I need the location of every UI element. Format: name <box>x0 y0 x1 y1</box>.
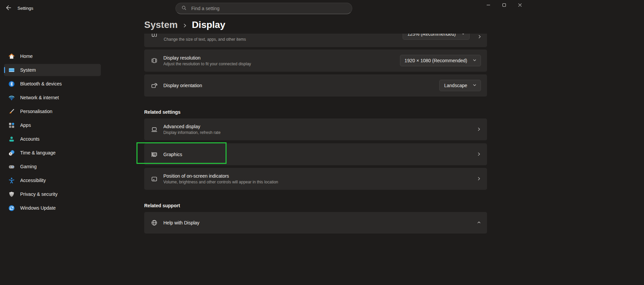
setting-row-scale[interactable]: Change the size of text, apps, and other… <box>144 34 487 47</box>
orientation-select[interactable]: Landscape <box>439 80 481 91</box>
chevron-right-icon <box>477 127 481 133</box>
setting-title: Help with Display <box>163 220 199 225</box>
chevron-down-icon <box>473 58 477 63</box>
settings-window: Settings Home System <box>0 0 644 285</box>
scale-select-value: 125% (Recommended) <box>407 34 456 37</box>
setting-title: Display resolution <box>163 55 251 61</box>
setting-row-display-resolution[interactable]: Display resolution Adjust the resolution… <box>144 49 487 72</box>
orientation-select-value: Landscape <box>444 83 467 88</box>
search-input[interactable] <box>191 5 347 11</box>
settings-scroll-area: Change the size of text, apps, and other… <box>0 34 644 285</box>
arrow-left-icon <box>5 4 12 12</box>
chevron-up-icon <box>477 220 481 226</box>
setting-row-display-orientation[interactable]: Display orientation Landscape <box>144 74 487 97</box>
minimize-icon <box>486 2 490 8</box>
chevron-down-icon <box>461 34 465 37</box>
scale-select[interactable]: 125% (Recommended) <box>403 34 470 40</box>
setting-title: Display orientation <box>163 83 202 88</box>
page-title: Display <box>192 20 226 30</box>
highlight-rectangle <box>136 142 227 164</box>
breadcrumb-parent[interactable]: System <box>144 20 178 30</box>
display-resolution-icon <box>151 57 158 64</box>
chevron-right-icon <box>183 23 187 28</box>
related-support-heading: Related support <box>144 203 180 208</box>
breadcrumb: System Display <box>144 20 225 30</box>
display-orientation-icon <box>151 82 158 89</box>
setting-row-onscreen-indicators[interactable]: Position of on-screen indicators Volume,… <box>144 168 487 190</box>
setting-row-advanced-display[interactable]: Advanced display Display information, re… <box>144 118 487 140</box>
setting-subtitle: Change the size of text, apps, and other… <box>164 37 246 42</box>
setting-subtitle: Adjust the resolution to fit your connec… <box>163 62 251 66</box>
setting-row-help-with-display[interactable]: Help with Display <box>144 212 487 234</box>
setting-title: Advanced display <box>163 124 220 129</box>
close-icon <box>518 2 522 8</box>
advanced-display-icon <box>151 126 158 133</box>
minimize-button[interactable] <box>483 1 494 10</box>
app-title: Settings <box>17 6 33 11</box>
maximize-button[interactable] <box>499 1 510 10</box>
related-settings-heading: Related settings <box>144 109 180 115</box>
close-button[interactable] <box>515 1 525 10</box>
back-button[interactable] <box>5 5 12 12</box>
maximize-icon <box>502 2 506 8</box>
setting-subtitle: Volume, brightness and other controls wi… <box>163 180 278 184</box>
onscreen-indicators-icon <box>151 176 158 182</box>
magnifier-icon <box>182 5 187 12</box>
chevron-right-icon <box>478 35 482 39</box>
setting-title: Position of on-screen indicators <box>163 173 278 179</box>
resolution-select-value: 1920 × 1080 (Recommended) <box>405 58 467 63</box>
search-box[interactable] <box>175 3 352 14</box>
chevron-right-icon <box>477 151 481 157</box>
chevron-down-icon <box>473 83 477 88</box>
globe-icon <box>151 219 158 226</box>
chevron-right-icon <box>477 176 481 182</box>
scale-icon <box>151 34 158 39</box>
resolution-select[interactable]: 1920 × 1080 (Recommended) <box>400 55 481 66</box>
setting-subtitle: Display information, refresh rate <box>163 130 220 135</box>
